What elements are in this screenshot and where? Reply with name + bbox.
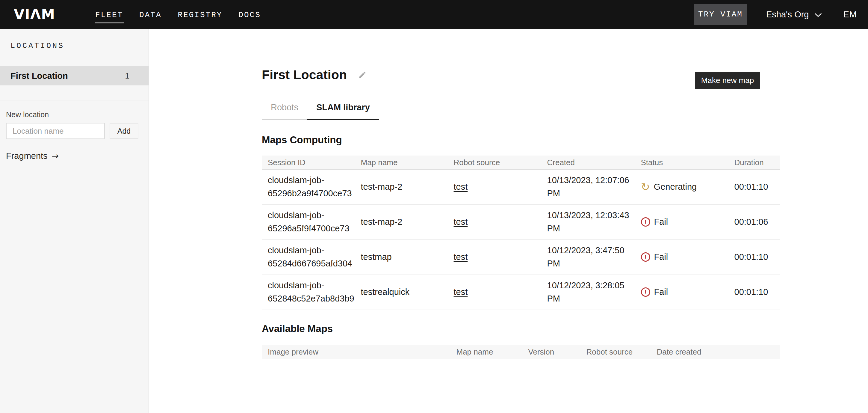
primary-nav: FLEET DATA REGISTRY DOCS — [95, 0, 261, 29]
status-badge: ↻ ! Generating — [641, 180, 729, 194]
chevron-down-icon — [814, 13, 822, 18]
nav-item[interactable]: REGISTRY — [177, 7, 223, 23]
arrow-right-icon: → — [52, 151, 59, 161]
created-cell: 10/12/2023, 3:28:05 PM — [541, 274, 635, 309]
robot-source-link[interactable]: test — [454, 252, 468, 262]
maps-computing-header-row: Session IDMap nameRobot sourceCreatedSta… — [262, 155, 780, 169]
map-name-cell: testrealquick — [355, 274, 448, 309]
duration-cell: 00:01:10 — [729, 169, 780, 204]
map-name-cell: test-map-2 — [355, 169, 448, 204]
location-tabs: Robots SLAM library — [262, 102, 780, 120]
table-row: cloudslam-job-652848c52e7ab8d3b9 testrea… — [262, 274, 780, 309]
column-header: Session ID — [262, 155, 355, 169]
nav-right-cluster: TRY VIAM Esha's Org EM — [694, 4, 861, 25]
status-badge: ↻ ! Fail — [641, 286, 729, 299]
duration-cell: 00:01:10 — [729, 239, 780, 274]
maps-computing-body: cloudslam-job-65296b2a9f4700ce73 test-ma… — [262, 169, 780, 309]
status-label: Fail — [654, 286, 668, 299]
fail-alert-icon: ! — [641, 217, 650, 227]
table-row: cloudslam-job-65284d667695afd304 testmap… — [262, 239, 780, 274]
session-id-cell: cloudslam-job-65296b2a9f4700ce73 — [262, 169, 355, 204]
map-name-cell: test-map-2 — [355, 204, 448, 239]
map-name-cell: testmap — [355, 239, 448, 274]
maps-computing-table: Session IDMap nameRobot sourceCreatedSta… — [262, 155, 780, 310]
robot-source-link[interactable]: test — [454, 217, 468, 227]
duration-cell: 00:01:10 — [729, 274, 780, 309]
locations-sidebar: LOCATIONS First Location 1 New location … — [0, 29, 149, 413]
new-location-label: New location — [6, 110, 149, 119]
column-header: Robot source — [448, 155, 541, 169]
created-cell: 10/13/2023, 12:03:43 PM — [541, 204, 635, 239]
edit-pencil-icon[interactable] — [358, 71, 367, 79]
duration-cell: 00:01:06 — [729, 204, 780, 239]
location-item[interactable]: First Location 1 — [0, 66, 149, 85]
org-name: Esha's Org — [766, 9, 809, 20]
maps-computing-heading: Maps Computing — [262, 134, 780, 146]
available-maps-header-row: Image previewMap nameVersionRobot source… — [262, 345, 780, 359]
tab[interactable]: SLAM library — [307, 102, 379, 120]
nav-item[interactable]: FLEET — [95, 7, 124, 23]
status-label: Generating — [654, 180, 697, 194]
user-initials[interactable]: EM — [843, 9, 857, 20]
locations-list: First Location 1 — [0, 66, 149, 85]
status-label: Fail — [654, 215, 668, 229]
fail-alert-icon: ! — [641, 253, 650, 262]
tab[interactable]: Robots — [262, 102, 307, 120]
org-switcher[interactable]: Esha's Org — [766, 9, 822, 20]
column-header: Version — [523, 345, 581, 359]
column-header: Created — [541, 155, 635, 169]
try-viam-button[interactable]: TRY VIAM — [694, 4, 747, 25]
add-location-button[interactable]: Add — [110, 123, 138, 139]
nav-item[interactable]: DATA — [139, 7, 162, 23]
top-nav: VIΛM FLEET DATA REGISTRY DOCS TRY VIAM E… — [0, 0, 868, 29]
column-header: Image preview — [262, 345, 451, 359]
available-maps-table: Image previewMap nameVersionRobot source… — [262, 345, 780, 359]
locations-heading: LOCATIONS — [10, 42, 149, 50]
main-content: Make new map First Location Robots SLAM … — [150, 29, 868, 413]
location-name: First Location — [10, 71, 68, 81]
fail-alert-icon: ! — [641, 288, 650, 297]
session-id-cell: cloudslam-job-652848c52e7ab8d3b9 — [262, 274, 355, 309]
column-header: Date created — [651, 345, 780, 359]
table-row: cloudslam-job-65296a5f9f4700ce73 test-ma… — [262, 204, 780, 239]
created-cell: 10/12/2023, 3:47:50 PM — [541, 239, 635, 274]
fragments-link[interactable]: Fragments → — [6, 151, 59, 161]
session-id-cell: cloudslam-job-65284d667695afd304 — [262, 239, 355, 274]
column-header: Map name — [451, 345, 523, 359]
nav-divider — [74, 7, 74, 22]
available-maps-heading: Available Maps — [262, 323, 780, 334]
robot-source-link[interactable]: test — [454, 287, 468, 297]
location-name-input[interactable] — [6, 123, 105, 139]
page-title: First Location — [262, 68, 347, 82]
column-header: Duration — [729, 155, 780, 169]
location-robot-count: 1 — [125, 71, 129, 81]
table-row: cloudslam-job-65296b2a9f4700ce73 test-ma… — [262, 169, 780, 204]
available-maps-empty-body — [262, 359, 780, 413]
column-header: Map name — [355, 155, 448, 169]
column-header: Robot source — [581, 345, 651, 359]
viam-logo[interactable]: VIΛM — [14, 7, 55, 21]
status-badge: ↻ ! Fail — [641, 250, 729, 264]
fragments-label: Fragments — [6, 151, 48, 161]
status-label: Fail — [654, 250, 668, 264]
status-badge: ↻ ! Fail — [641, 215, 729, 229]
column-header: Status — [635, 155, 729, 169]
created-cell: 10/13/2023, 12:07:06 PM — [541, 169, 635, 204]
sidebar-divider — [0, 100, 149, 100]
nav-item[interactable]: DOCS — [238, 7, 261, 23]
robot-source-link[interactable]: test — [454, 182, 468, 191]
generating-refresh-icon: ↻ — [641, 182, 650, 193]
new-location-section: New location Add — [6, 110, 149, 139]
session-id-cell: cloudslam-job-65296a5f9f4700ce73 — [262, 204, 355, 239]
make-new-map-button[interactable]: Make new map — [695, 72, 760, 89]
